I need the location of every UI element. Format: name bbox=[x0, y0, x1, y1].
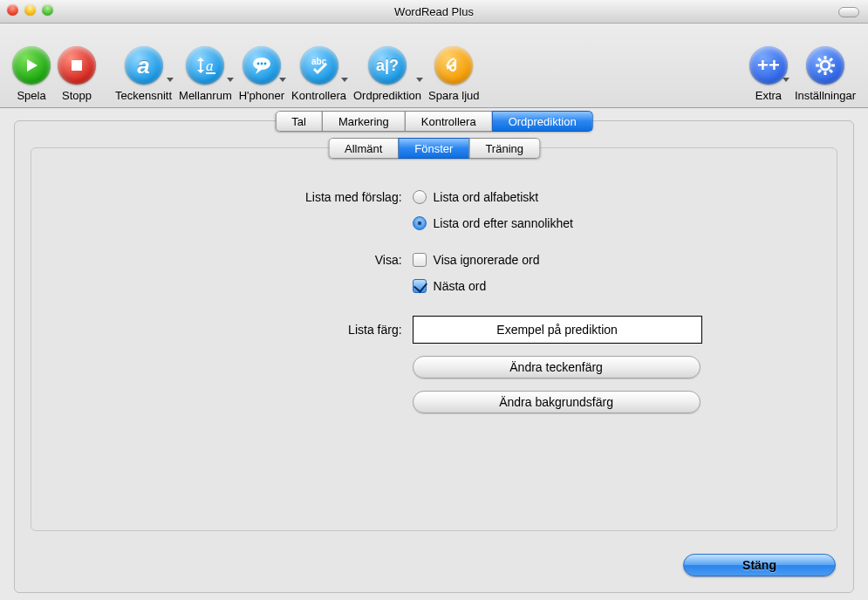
close-window-icon[interactable] bbox=[7, 4, 18, 16]
chevron-down-icon bbox=[279, 78, 286, 82]
spacing-icon: a bbox=[186, 46, 224, 85]
radio-alpha[interactable]: Lista ord alfabetiskt bbox=[413, 190, 837, 204]
change-bg-color-button[interactable]: Ändra bakgrundsfärg bbox=[413, 391, 701, 413]
main-area: Tal Markering Kontrollera Ordprediktion … bbox=[0, 108, 868, 600]
tab-kontrollera[interactable]: Kontrollera bbox=[405, 111, 493, 132]
stop-icon bbox=[58, 46, 96, 85]
play-button[interactable]: Spela bbox=[12, 46, 51, 102]
window-controls bbox=[7, 4, 53, 16]
tab-markering[interactable]: Markering bbox=[322, 111, 406, 132]
svg-marker-6 bbox=[197, 70, 204, 73]
radio-prob[interactable]: Lista ord efter sannolikhet bbox=[413, 216, 837, 230]
save-audio-icon bbox=[434, 46, 473, 85]
check-ignored-input[interactable] bbox=[413, 253, 427, 267]
speech-bubble-icon bbox=[243, 46, 281, 85]
chevron-down-icon bbox=[416, 78, 423, 82]
settings-frame: Tal Markering Kontrollera Ordprediktion … bbox=[14, 120, 854, 593]
color-label: Lista färg: bbox=[31, 323, 413, 337]
font-button[interactable]: a Teckensnitt bbox=[115, 46, 172, 102]
tab-ordprediktion[interactable]: Ordprediktion bbox=[492, 111, 593, 132]
minimize-window-icon[interactable] bbox=[24, 4, 36, 16]
settings-button[interactable]: Inställningar bbox=[795, 46, 856, 102]
change-text-color-button[interactable]: Ändra teckenfärg bbox=[413, 356, 701, 378]
chevron-down-icon bbox=[783, 78, 789, 82]
chevron-down-icon bbox=[227, 78, 234, 82]
svg-point-14 bbox=[821, 61, 830, 70]
svg-point-9 bbox=[257, 63, 260, 65]
titlebar: WordRead Plus bbox=[0, 0, 868, 24]
tab-tal[interactable]: Tal bbox=[275, 111, 323, 132]
svg-point-11 bbox=[264, 63, 267, 65]
spellcheck-icon: abc bbox=[300, 46, 338, 85]
zoom-window-icon[interactable] bbox=[42, 4, 53, 16]
check-ignored[interactable]: Visa ignorerade ord bbox=[413, 253, 837, 267]
check-button[interactable]: abc Kontrollera bbox=[291, 46, 346, 102]
chevron-down-icon bbox=[167, 78, 174, 82]
check-nextword[interactable]: Nästa ord bbox=[413, 279, 837, 293]
prediction-icon: a|? bbox=[368, 46, 407, 85]
svg-line-20 bbox=[830, 70, 832, 72]
svg-rect-1 bbox=[72, 60, 82, 71]
homophones-button[interactable]: H'phoner bbox=[239, 46, 284, 102]
subtab-allmant[interactable]: Allmänt bbox=[328, 138, 399, 159]
radio-alpha-input[interactable] bbox=[413, 190, 427, 204]
show-label: Visa: bbox=[31, 253, 413, 267]
sub-tabs: Allmänt Fönster Träning bbox=[328, 138, 540, 159]
save-audio-button[interactable]: Spara ljud bbox=[428, 46, 480, 102]
form: Lista med förslag: Lista ord alfabetiskt… bbox=[31, 183, 837, 530]
svg-line-21 bbox=[830, 58, 832, 61]
subtab-fonster[interactable]: Fönster bbox=[398, 138, 469, 159]
radio-prob-input[interactable] bbox=[413, 216, 427, 230]
svg-marker-8 bbox=[256, 68, 263, 74]
toolbar-toggle-icon[interactable] bbox=[838, 7, 859, 17]
svg-text:a: a bbox=[206, 58, 214, 74]
svg-point-10 bbox=[261, 63, 263, 65]
play-icon bbox=[12, 46, 51, 85]
prediction-example: Exempel på prediktion bbox=[413, 316, 702, 344]
svg-marker-0 bbox=[27, 59, 38, 72]
gear-icon bbox=[806, 46, 844, 85]
list-label: Lista med förslag: bbox=[31, 190, 413, 204]
svg-line-19 bbox=[818, 58, 821, 61]
check-nextword-input[interactable] bbox=[413, 279, 427, 293]
prediction-button[interactable]: a|? Ordprediktion bbox=[353, 46, 421, 102]
sub-frame: Allmänt Fönster Träning Lista med försla… bbox=[31, 147, 837, 531]
font-icon: a bbox=[125, 46, 163, 85]
subtab-traning[interactable]: Träning bbox=[468, 138, 540, 159]
toolbar: Spela Stopp a Teckensnitt a bbox=[0, 24, 868, 108]
svg-line-22 bbox=[818, 70, 821, 72]
main-tabs: Tal Markering Kontrollera Ordprediktion bbox=[275, 111, 592, 132]
close-button[interactable]: Stäng bbox=[683, 554, 836, 576]
extra-button[interactable]: ++ Extra bbox=[749, 46, 788, 102]
spacing-button[interactable]: a Mellanrum bbox=[179, 46, 232, 102]
window-title: WordRead Plus bbox=[0, 5, 868, 18]
chevron-down-icon bbox=[341, 78, 348, 82]
stop-button[interactable]: Stopp bbox=[58, 46, 96, 102]
